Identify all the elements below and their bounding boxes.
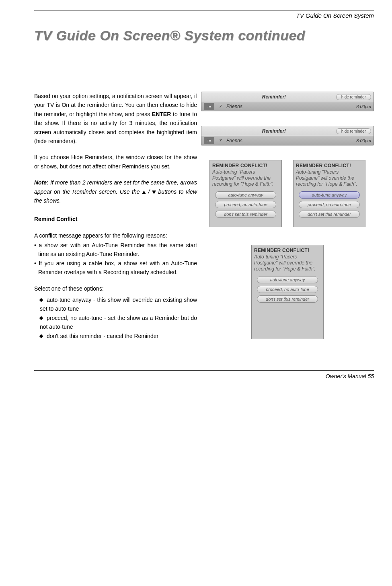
dialog-title: REMINDER CONFLICT!: [296, 163, 363, 168]
auto-tune-anyway-button[interactable]: auto-tune anyway: [299, 191, 360, 199]
text: proceed, no auto-tune - set the show as …: [40, 315, 197, 330]
hide-reminder-button[interactable]: hide reminder: [336, 94, 371, 100]
text: auto-tune anyway - this show will overri…: [40, 297, 197, 312]
dialog-title: REMINDER CONFLICT!: [212, 163, 279, 168]
reminder-title: Reminder!: [212, 128, 336, 134]
auto-tune-anyway-button[interactable]: auto-tune anyway: [215, 191, 276, 199]
paragraph-notification: Based on your option settings, a notific…: [34, 92, 197, 145]
text: a show set with an Auto-Tune Reminder ha…: [38, 242, 197, 257]
hide-reminder-button[interactable]: hide reminder: [336, 128, 371, 134]
note-label: Note:: [34, 179, 49, 186]
key-enter: ENTER: [152, 111, 171, 117]
proceed-no-autotune-button[interactable]: proceed, no auto-tune: [257, 286, 318, 293]
dialog-message: Auto-tuning "Pacers Postgame" will overr…: [296, 169, 363, 187]
text: If you are using a cable box, a show set…: [38, 260, 197, 275]
conflict-reasons-list: • a show set with an Auto-Tune Reminder …: [34, 241, 197, 277]
show-time: 8:00pm: [356, 104, 374, 109]
list-item: don't set this reminder - cancel the Rem…: [40, 332, 197, 340]
show-time: 8:00pm: [356, 138, 374, 143]
figures-column: Reminder! hide reminder TV 7 Friends 8:0…: [201, 92, 374, 346]
reminder-screenshot-2: Reminder! hide reminder TV 7 Friends 8:0…: [201, 126, 374, 145]
paragraph-hide-reminders: If you choose Hide Reminders, the window…: [34, 153, 197, 171]
list-item: proceed, no auto-tune - set the show as …: [40, 313, 197, 332]
reminder-title: Reminder!: [212, 94, 336, 100]
dont-set-reminder-button[interactable]: don't set this reminder: [299, 211, 360, 218]
channel-number: 7: [217, 104, 224, 109]
dont-set-reminder-button[interactable]: don't set this reminder: [215, 211, 276, 218]
channel-number: 7: [217, 138, 224, 143]
auto-tune-anyway-button[interactable]: auto-tune anyway: [257, 276, 318, 283]
dont-set-reminder-button[interactable]: don't set this reminder: [257, 295, 318, 303]
show-name: Friends: [224, 138, 356, 143]
list-item: • If you are using a cable box, a show s…: [34, 259, 197, 277]
text: don't set this reminder - cancel the Rem…: [47, 333, 158, 339]
running-header: TV Guide On Screen System: [34, 12, 374, 19]
arrow-up-icon: [142, 191, 146, 194]
dialog-message: Auto-tuning "Pacers Postgame" will overr…: [212, 169, 279, 187]
reminder-screenshot-1: Reminder! hide reminder TV 7 Friends 8:0…: [201, 92, 374, 111]
diamond-bullet-icon: [39, 298, 43, 302]
arrow-down-icon: [152, 191, 156, 194]
note-paragraph: Note: If more than 2 reminders are set f…: [34, 178, 197, 205]
conflict-dialog-3: REMINDER CONFLICT! Auto-tuning "Pacers P…: [251, 245, 324, 339]
list-item: auto-tune anyway - this show will overri…: [40, 295, 197, 313]
conflict-dialog-2: REMINDER CONFLICT! Auto-tuning "Pacers P…: [293, 160, 365, 227]
list-item: • a show set with an Auto-Tune Reminder …: [34, 241, 197, 259]
page-footer: Owner's Manual 55: [34, 371, 374, 379]
conflict-dialog-1: REMINDER CONFLICT! Auto-tuning "Pacers P…: [209, 160, 282, 227]
tvguide-logo-icon: TV: [204, 103, 214, 110]
diamond-bullet-icon: [39, 334, 43, 338]
diamond-bullet-icon: [39, 316, 43, 320]
proceed-no-autotune-button[interactable]: proceed, no auto-tune: [299, 201, 360, 208]
slash: /: [148, 189, 152, 195]
dialog-title: REMINDER CONFLICT!: [254, 248, 321, 253]
body-column: Based on your option settings, a notific…: [34, 92, 197, 346]
dialog-message: Auto-tuning "Pacers Postgame" will overr…: [254, 254, 321, 272]
subheading-remind-conflict: Remind Conflict: [34, 215, 197, 223]
proceed-no-autotune-button[interactable]: proceed, no auto-tune: [215, 201, 276, 208]
page-title: TV Guide On Screen® System continued: [34, 28, 374, 43]
options-list: auto-tune anyway - this show will overri…: [40, 295, 197, 340]
show-name: Friends: [224, 104, 356, 109]
tvguide-logo-icon: TV: [204, 137, 214, 144]
paragraph-conflict-intro: A conflict message appears for the follo…: [34, 231, 197, 240]
paragraph-select-options: Select one of these options:: [34, 284, 197, 293]
